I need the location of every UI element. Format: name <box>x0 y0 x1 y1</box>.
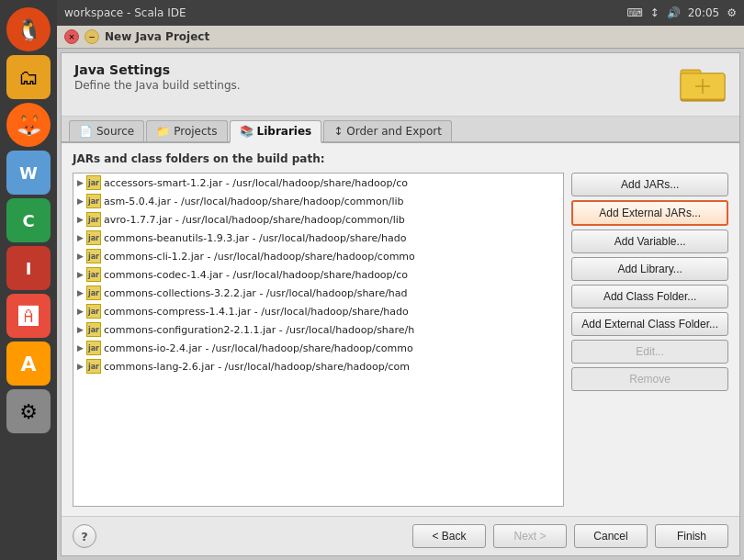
source-tab-icon: 📄 <box>79 125 93 138</box>
top-bar: workspace - Scala IDE ⌨ ↕ 🔊 20:05 ⚙ <box>57 0 744 26</box>
add-class-folder-button[interactable]: Add Class Folder... <box>571 285 728 308</box>
dialog-header-text: Java Settings Define the Java build sett… <box>74 62 241 92</box>
top-bar-title: workspace - Scala IDE <box>64 6 186 19</box>
jar-file-icon: jar <box>86 286 101 300</box>
jar-file-icon: jar <box>86 322 101 337</box>
jar-list-item[interactable]: ▶ jar commons-beanutils-1.9.3.jar - /usr… <box>73 229 563 247</box>
taskbar-lo-calc[interactable]: C <box>6 198 51 242</box>
window-close-button[interactable]: × <box>64 29 79 44</box>
projects-tab-icon: 📁 <box>156 125 170 138</box>
jar-file-icon: jar <box>86 249 101 263</box>
taskbar-ubuntu[interactable]: 🐧 <box>6 7 51 51</box>
jar-file-icon: jar <box>86 212 101 227</box>
jar-item-text: commons-codec-1.4.jar - /usr/local/hadoo… <box>104 269 408 281</box>
content: JARs and class folders on the build path… <box>62 143 739 516</box>
network-icon: ↕ <box>650 6 659 19</box>
tab-source[interactable]: 📄 Source <box>69 120 144 141</box>
add-library-button[interactable]: Add Library... <box>571 257 728 281</box>
jar-item-text: commons-io-2.4.jar - /usr/local/hadoop/s… <box>104 342 413 354</box>
source-tab-label: Source <box>96 125 134 138</box>
taskbar-firefox[interactable]: 🦊 <box>6 103 51 147</box>
jar-file-icon: jar <box>86 359 101 374</box>
expand-arrow-icon: ▶ <box>77 178 86 187</box>
taskbar-amazon[interactable]: A <box>6 342 51 386</box>
taskbar-appstore[interactable]: 🅰 <box>6 294 51 338</box>
jar-list-item[interactable]: ▶ jar commons-lang-2.6.jar - /usr/local/… <box>73 357 563 375</box>
jar-list-item[interactable]: ▶ jar commons-collections-3.2.2.jar - /u… <box>73 284 563 302</box>
help-button[interactable]: ? <box>73 524 96 548</box>
projects-tab-label: Projects <box>174 125 217 138</box>
add-external-class-folder-button[interactable]: Add External Class Folder... <box>571 312 728 336</box>
jar-list-item[interactable]: ▶ jar avro-1.7.7.jar - /usr/local/hadoop… <box>73 210 563 229</box>
jar-item-text: commons-beanutils-1.9.3.jar - /usr/local… <box>104 232 406 244</box>
next-button[interactable]: Next > <box>493 524 567 548</box>
dialog-subheading: Define the Java build settings. <box>74 79 241 92</box>
expand-arrow-icon: ▶ <box>77 233 86 242</box>
window-titlebar: × − New Java Project <box>57 26 744 49</box>
jar-list-item[interactable]: ▶ jar accessors-smart-1.2.jar - /usr/loc… <box>73 174 563 192</box>
list-label: JARs and class folders on the build path… <box>73 152 728 165</box>
tab-projects[interactable]: 📁 Projects <box>146 120 227 141</box>
main-area: workspace - Scala IDE ⌨ ↕ 🔊 20:05 ⚙ × − … <box>57 0 744 560</box>
add-jars-button[interactable]: Add JARs... <box>571 173 728 196</box>
jar-list-item[interactable]: ▶ jar commons-compress-1.4.1.jar - /usr/… <box>73 302 563 320</box>
add-variable-button[interactable]: Add Variable... <box>571 230 728 253</box>
folder-icon <box>679 59 727 106</box>
dialog-heading: Java Settings <box>74 62 241 77</box>
jar-list[interactable]: ▶ jar accessors-smart-1.2.jar - /usr/loc… <box>73 173 564 507</box>
edit-button[interactable]: Edit... <box>571 340 728 364</box>
expand-arrow-icon: ▶ <box>77 343 86 353</box>
jar-list-item[interactable]: ▶ jar commons-io-2.4.jar - /usr/local/ha… <box>73 339 563 357</box>
taskbar-lo-impress[interactable]: I <box>6 246 51 290</box>
finish-button[interactable]: Finish <box>655 524 728 548</box>
tab-libraries[interactable]: 📚 Libraries <box>230 120 322 143</box>
expand-arrow-icon: ▶ <box>77 288 86 297</box>
jar-file-icon: jar <box>86 267 101 282</box>
volume-icon: 🔊 <box>667 6 681 19</box>
window-title: New Java Project <box>105 30 209 43</box>
jar-item-text: commons-configuration2-2.1.1.jar - /usr/… <box>104 324 414 336</box>
jar-item-text: avro-1.7.7.jar - /usr/local/hadoop/share… <box>104 214 405 226</box>
tabs: 📄 Source 📁 Projects 📚 Libraries ↕ Order … <box>62 117 739 143</box>
expand-arrow-icon: ▶ <box>77 270 86 279</box>
jar-item-text: asm-5.0.4.jar - /usr/local/hadoop/share/… <box>104 196 404 207</box>
jar-file-icon: jar <box>86 230 101 245</box>
jar-item-text: commons-compress-1.4.1.jar - /usr/local/… <box>104 306 409 318</box>
buttons-panel: Add JARs... Add External JARs... Add Var… <box>571 173 728 507</box>
add-external-jars-button[interactable]: Add External JARs... <box>571 200 728 226</box>
jar-list-item[interactable]: ▶ jar commons-configuration2-2.1.1.jar -… <box>73 320 563 339</box>
jar-item-text: commons-collections-3.2.2.jar - /usr/loc… <box>104 287 408 299</box>
jar-list-item[interactable]: ▶ jar commons-codec-1.4.jar - /usr/local… <box>73 265 563 284</box>
expand-arrow-icon: ▶ <box>77 307 86 316</box>
cancel-button[interactable]: Cancel <box>574 524 648 548</box>
jar-file-icon: jar <box>86 341 101 355</box>
libraries-tab-icon: 📚 <box>240 125 254 138</box>
remove-button[interactable]: Remove <box>571 367 728 391</box>
min-icon: − <box>88 32 96 41</box>
libraries-tab-label: Libraries <box>257 125 312 138</box>
jar-list-item[interactable]: ▶ jar asm-5.0.4.jar - /usr/local/hadoop/… <box>73 192 563 210</box>
main-panel: ▶ jar accessors-smart-1.2.jar - /usr/loc… <box>73 173 728 507</box>
expand-arrow-icon: ▶ <box>77 252 86 261</box>
jar-list-item[interactable]: ▶ jar commons-cli-1.2.jar - /usr/local/h… <box>73 247 563 265</box>
tab-order[interactable]: ↕ Order and Export <box>323 120 452 141</box>
folder-svg <box>679 59 727 106</box>
expand-arrow-icon: ▶ <box>77 215 86 224</box>
order-tab-icon: ↕ <box>333 125 343 138</box>
taskbar-settings[interactable]: ⚙ <box>6 389 51 433</box>
window-area: × − New Java Project Java Settings Defin… <box>57 26 744 560</box>
taskbar-files[interactable]: 🗂 <box>6 55 51 99</box>
taskbar: 🐧 🗂 🦊 W C I 🅰 A ⚙ <box>0 0 57 560</box>
back-button[interactable]: < Back <box>412 524 486 548</box>
expand-arrow-icon: ▶ <box>77 196 86 206</box>
dialog-header: Java Settings Define the Java build sett… <box>62 53 739 117</box>
taskbar-lo-writer[interactable]: W <box>6 151 51 195</box>
top-bar-icons: ⌨ ↕ 🔊 20:05 ⚙ <box>626 6 737 19</box>
dialog: Java Settings Define the Java build sett… <box>61 52 740 556</box>
jar-file-icon: jar <box>86 175 101 190</box>
close-icon: × <box>68 32 75 41</box>
jar-file-icon: jar <box>86 304 101 319</box>
order-tab-label: Order and Export <box>346 125 442 138</box>
clock: 20:05 <box>688 6 720 19</box>
window-min-button[interactable]: − <box>85 29 99 44</box>
